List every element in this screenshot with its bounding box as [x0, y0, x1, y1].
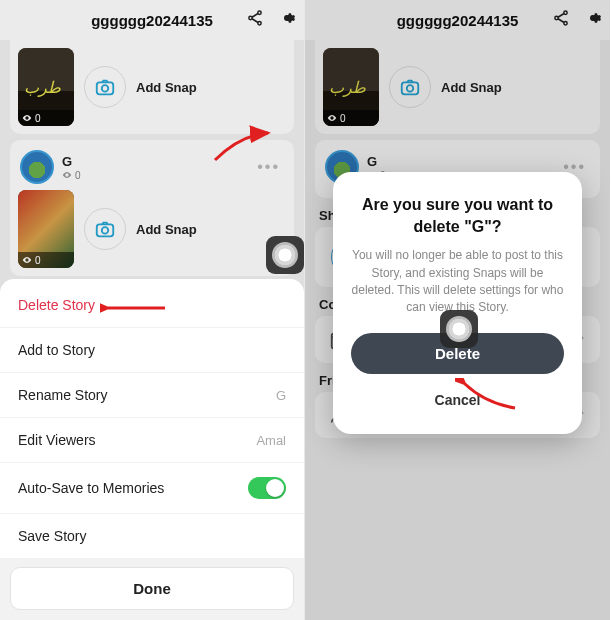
done-button[interactable]: Done — [10, 567, 294, 610]
dialog-title: Are you sure you want to delete "G"? — [351, 194, 564, 237]
sheet-save-story[interactable]: Save Story — [0, 514, 304, 559]
assistive-touch[interactable] — [440, 310, 478, 348]
action-sheet: Delete Story Add to Story Rename Story G… — [0, 279, 304, 620]
sheet-rename-story[interactable]: Rename Story G — [0, 373, 304, 418]
sheet-edit-viewers[interactable]: Edit Viewers Amal — [0, 418, 304, 463]
autosave-toggle[interactable] — [248, 477, 286, 499]
rename-value: G — [276, 388, 286, 403]
sheet-autosave[interactable]: Auto-Save to Memories — [0, 463, 304, 514]
assistive-touch[interactable] — [266, 236, 304, 274]
sheet-delete-story[interactable]: Delete Story — [0, 283, 304, 328]
cancel-button[interactable]: Cancel — [351, 384, 564, 416]
dialog-body: You will no longer be able to post to th… — [351, 247, 564, 317]
confirm-dialog: Are you sure you want to delete "G"? You… — [333, 172, 582, 434]
sheet-add-to-story[interactable]: Add to Story — [0, 328, 304, 373]
edit-viewers-value: Amal — [256, 433, 286, 448]
phone-left: gggggg20244135 طرب 0 — [0, 0, 305, 620]
phone-right: gggggg20244135 طرب 0 — [305, 0, 610, 620]
